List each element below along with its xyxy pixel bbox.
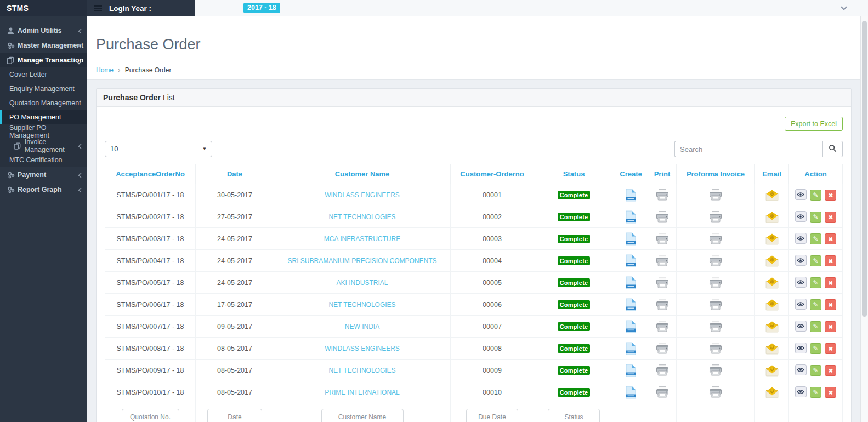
edit-button[interactable]: ✎: [810, 255, 821, 266]
delete-button[interactable]: ✖: [825, 212, 836, 223]
proforma-print-icon[interactable]: [709, 233, 722, 244]
col-proforma-invoice[interactable]: Proforma Invoice: [677, 164, 755, 184]
search-input[interactable]: [674, 141, 822, 157]
edit-button[interactable]: ✎: [810, 343, 821, 354]
col-date[interactable]: Date: [196, 164, 274, 184]
search-button[interactable]: [822, 141, 843, 157]
delete-button[interactable]: ✖: [825, 233, 836, 244]
customer-link[interactable]: WINDLASS ENGINEERS: [325, 191, 400, 199]
sidebar-item-invoice-management[interactable]: Invoice Management: [0, 139, 87, 153]
proforma-print-icon[interactable]: [709, 277, 722, 288]
email-icon[interactable]: @: [764, 343, 780, 355]
view-button[interactable]: [795, 386, 807, 397]
email-icon[interactable]: @: [764, 255, 780, 267]
print-icon[interactable]: [656, 233, 669, 244]
col-print[interactable]: Print: [648, 164, 677, 184]
view-button[interactable]: [795, 299, 807, 310]
page-size-select[interactable]: 10 ▼: [105, 141, 212, 157]
view-button[interactable]: [795, 321, 807, 332]
proforma-print-icon[interactable]: [709, 189, 722, 201]
sidebar-item-cover-letter[interactable]: Cover Letter: [0, 67, 87, 82]
brand-logo[interactable]: STMS: [0, 0, 87, 16]
col-customer-name[interactable]: Customer Name: [274, 164, 451, 184]
sidebar-item-master-management[interactable]: Master Management: [0, 38, 87, 53]
customer-link[interactable]: SRI SUBRAMANIUM PRECISION COMPONENTS: [287, 257, 436, 265]
proforma-print-icon[interactable]: [709, 343, 722, 354]
edit-button[interactable]: ✎: [810, 233, 821, 244]
delete-button[interactable]: ✖: [825, 343, 836, 354]
email-icon[interactable]: @: [764, 364, 780, 377]
create-document-icon[interactable]: [626, 364, 636, 377]
customer-link[interactable]: NEW INDIA: [345, 323, 379, 330]
customer-link[interactable]: PRIME INTERNATIONAL: [325, 389, 399, 396]
proforma-print-icon[interactable]: [709, 211, 722, 223]
print-icon[interactable]: [656, 211, 669, 223]
sidebar-item-manage-transaction[interactable]: Manage Transaction: [0, 53, 87, 67]
email-icon[interactable]: @: [764, 211, 780, 223]
col-acceptance-order-no[interactable]: AcceptanceOrderNo: [105, 164, 196, 184]
create-document-icon[interactable]: [626, 254, 636, 267]
edit-button[interactable]: ✎: [810, 299, 821, 310]
col-status[interactable]: Status: [534, 164, 614, 184]
print-icon[interactable]: [656, 321, 669, 332]
filter-customer-name-input[interactable]: [321, 409, 404, 422]
delete-button[interactable]: ✖: [825, 190, 836, 201]
delete-button[interactable]: ✖: [825, 365, 836, 376]
col-action[interactable]: Action: [789, 164, 843, 184]
proforma-print-icon[interactable]: [709, 364, 722, 376]
customer-link[interactable]: NET TECHNOLOGIES: [328, 213, 395, 221]
email-icon[interactable]: @: [764, 233, 780, 245]
sidebar-item-admin-utilitis[interactable]: Admin Utilitis: [0, 23, 87, 38]
proforma-print-icon[interactable]: [709, 386, 722, 398]
col-email[interactable]: Email: [755, 164, 789, 184]
proforma-print-icon[interactable]: [709, 299, 722, 310]
customer-link[interactable]: MCA INFRASTRUCTURE: [324, 235, 400, 243]
email-icon[interactable]: @: [764, 277, 780, 289]
edit-button[interactable]: ✎: [810, 365, 821, 376]
sidebar-item-payment[interactable]: Payment: [0, 167, 87, 182]
filter-status-input[interactable]: [548, 409, 600, 422]
sidebar-item-supplier-po-management[interactable]: Supplier PO Management: [0, 124, 87, 139]
edit-button[interactable]: ✎: [810, 387, 821, 398]
create-document-icon[interactable]: [626, 298, 636, 311]
vertical-scrollbar[interactable]: [860, 16, 868, 422]
create-document-icon[interactable]: [626, 276, 636, 289]
export-to-excel-button[interactable]: Export to Excel: [785, 117, 843, 131]
edit-button[interactable]: ✎: [810, 321, 821, 332]
print-icon[interactable]: [656, 277, 669, 288]
sidebar-item-quotation-management[interactable]: Quotation Management: [0, 96, 87, 110]
print-icon[interactable]: [656, 255, 669, 266]
create-document-icon[interactable]: [626, 189, 636, 202]
breadcrumb-home-link[interactable]: Home: [96, 66, 114, 74]
sidebar-item-po-management[interactable]: PO Management: [0, 110, 87, 124]
menu-icon[interactable]: [94, 4, 102, 12]
scrollbar-thumb[interactable]: [862, 21, 867, 317]
create-document-icon[interactable]: [626, 232, 636, 246]
print-icon[interactable]: [656, 189, 669, 201]
sidebar-item-enquiry-management[interactable]: Enquiry Management: [0, 82, 87, 96]
edit-button[interactable]: ✎: [810, 212, 821, 223]
edit-button[interactable]: ✎: [810, 277, 821, 288]
email-icon[interactable]: @: [764, 386, 780, 398]
create-document-icon[interactable]: [626, 342, 636, 355]
delete-button[interactable]: ✖: [825, 299, 836, 310]
view-button[interactable]: [795, 277, 807, 288]
edit-button[interactable]: ✎: [810, 190, 821, 201]
view-button[interactable]: [795, 364, 807, 375]
customer-link[interactable]: AKI INDUSTRIAL: [336, 279, 388, 287]
print-icon[interactable]: [656, 299, 669, 310]
create-document-icon[interactable]: [626, 210, 636, 224]
email-icon[interactable]: @: [764, 299, 780, 311]
print-icon[interactable]: [656, 386, 669, 398]
view-button[interactable]: [795, 255, 807, 266]
view-button[interactable]: [795, 189, 807, 200]
login-year-badge[interactable]: 2017 - 18: [243, 3, 280, 13]
sidebar-item-report-graph[interactable]: Report Graph: [0, 182, 87, 197]
proforma-print-icon[interactable]: [709, 321, 722, 332]
proforma-print-icon[interactable]: [709, 255, 722, 266]
email-icon[interactable]: @: [764, 321, 780, 333]
create-document-icon[interactable]: [626, 386, 636, 399]
email-icon[interactable]: @: [764, 189, 780, 201]
customer-link[interactable]: WINDLASS ENGINEERS: [325, 345, 400, 352]
print-icon[interactable]: [656, 343, 669, 354]
